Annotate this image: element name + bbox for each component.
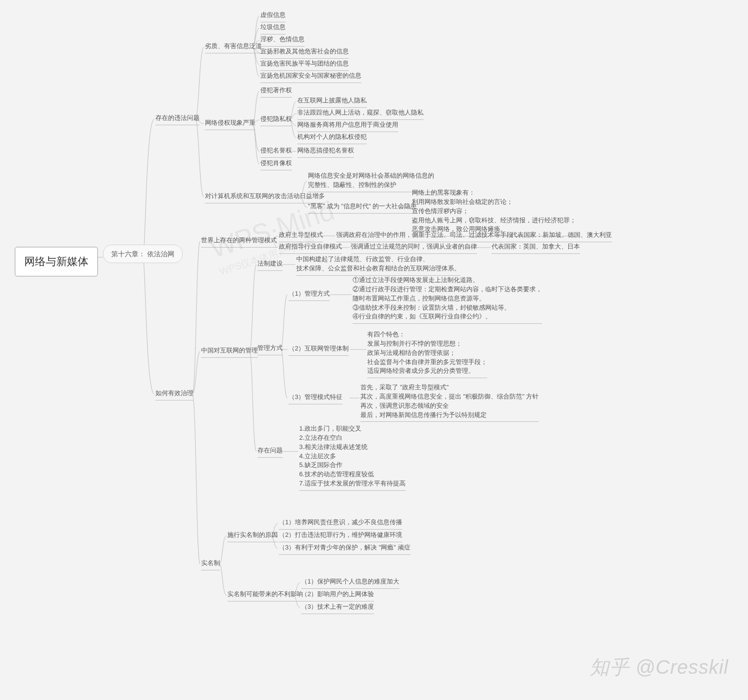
node-mgmt-3[interactable]: （3）管理模式特征: [289, 393, 342, 404]
node-china-mgmt[interactable]: 中国对互联网的管理: [201, 346, 258, 358]
chapter-node[interactable]: 第十六章： 依法治网: [103, 245, 183, 263]
node-item[interactable]: （1）保护网民个人信息的难度加大: [301, 577, 399, 589]
node-realname-reason[interactable]: 施行实名制的原因: [227, 531, 278, 542]
node-item[interactable]: （2）打击违法犯罪行为，维护网络健康环境: [279, 531, 402, 542]
node-mgmt-1[interactable]: （1）管理方式: [289, 289, 330, 301]
node-item[interactable]: 宣扬危机国家安全与国家秘密的信息: [260, 71, 361, 83]
node-world-models[interactable]: 世界上存在的两种管理模式: [201, 236, 277, 248]
node-realname-bad[interactable]: 实名制可能带来的不利影响: [227, 590, 303, 601]
node-item[interactable]: 中国构建起了法律规范、行政监管、行业自律、 技术保障、公众监督和社会教育相结合的…: [296, 255, 460, 276]
root-node[interactable]: 网络与新媒体: [15, 247, 98, 277]
node-privacy[interactable]: 侵犯隐私权: [260, 115, 292, 126]
node-illegal-issues[interactable]: 存在的违法问题: [155, 114, 200, 125]
node-portrait[interactable]: 侵犯肖像权: [260, 159, 292, 170]
node-item[interactable]: 代表国家：英国、加拿大、日本: [492, 242, 580, 254]
node-item[interactable]: 网络恶搞侵犯名誉权: [297, 146, 354, 158]
node-item[interactable]: 宣扬邪教及其他危害社会的信息: [260, 47, 349, 59]
node-item[interactable]: （3）有利于对青少年的保护，解决 "网瘾" 顽症: [279, 543, 410, 555]
node-problems[interactable]: 存在问题: [257, 446, 283, 458]
node-hacker[interactable]: "黑客" 成为 "信息时代" 的一大社会隐患: [308, 202, 417, 214]
node-item[interactable]: ①通过立法手段使网络发展走上法制化道路。 ②通过行政手段进行管理：定期检查网站内…: [353, 276, 542, 324]
node-item[interactable]: 首先，采取了 "政府主导型模式" 其次，高度重视网络信息安全，提出 "积极防御、…: [360, 383, 539, 422]
node-item[interactable]: 有四个特色： 发展与控制并行不悖的管理思想； 政策与法规相结合的管理依据； 社会…: [367, 330, 487, 378]
node-attacks[interactable]: 对计算机系统和互联网的攻击活动日益增多: [205, 192, 325, 203]
node-mgmt-2[interactable]: （2）互联网管理体制: [289, 344, 349, 356]
node-item[interactable]: 在互联网上披露他人隐私: [297, 96, 367, 108]
node-self-reg[interactable]: 政府指导行业自律模式: [279, 242, 342, 254]
node-item[interactable]: （1）培养网民责任意识，减少不良信息传播: [279, 518, 402, 530]
node-item[interactable]: 强调通过立法规范的同时，强调从业者的自律: [351, 242, 477, 254]
node-infringe[interactable]: 网络侵权现象严重: [205, 118, 255, 130]
node-item[interactable]: （3）技术上有一定的难度: [301, 602, 374, 614]
node-item[interactable]: 强调政府在治理中的作用，侧重于立法、司法、过滤技术等手段: [336, 231, 513, 242]
node-reputation[interactable]: 侵犯名誉权: [260, 146, 292, 158]
node-realname[interactable]: 实名制: [201, 559, 220, 570]
node-mgmt-way[interactable]: 管理方式: [257, 344, 283, 355]
node-item[interactable]: 网络服务商将用户信息用于商业使用: [297, 120, 398, 132]
node-item[interactable]: 网络上的黑客现象有： 利用网络散发影响社会稳定的言论； 宣传色情淫秽内容； 盗用…: [412, 188, 576, 236]
node-item[interactable]: 1.政出多门，职能交叉 2.立法存在空白 3.相关法律法规表述笼统 4.立法层次…: [299, 424, 406, 491]
node-item[interactable]: 宣扬危害民族平等与团结的信息: [260, 59, 349, 71]
node-item[interactable]: 侵犯著作权: [260, 86, 292, 98]
node-item[interactable]: 垃圾信息: [260, 23, 286, 34]
node-item[interactable]: 机构对个人的隐私权侵犯: [297, 133, 367, 144]
node-law-build[interactable]: 法制建设: [257, 259, 283, 271]
node-item[interactable]: 淫秽、色情信息: [260, 35, 305, 47]
node-item[interactable]: 代表国家：新加坡、德国、澳大利亚: [511, 231, 612, 242]
node-gov-led[interactable]: 政府主导型模式: [279, 231, 323, 242]
attribution-text: 知乎 @Cresskil: [590, 654, 729, 681]
node-item[interactable]: （2）影响用户的上网体验: [301, 590, 374, 601]
node-bad-info[interactable]: 劣质、有害信息泛滥: [205, 42, 262, 53]
node-item[interactable]: 虚假信息: [260, 11, 286, 22]
node-governance[interactable]: 如何有效治理: [155, 389, 193, 400]
node-item[interactable]: 非法跟踪他人网上活动，窥探、窃取他人隐私: [297, 108, 424, 120]
